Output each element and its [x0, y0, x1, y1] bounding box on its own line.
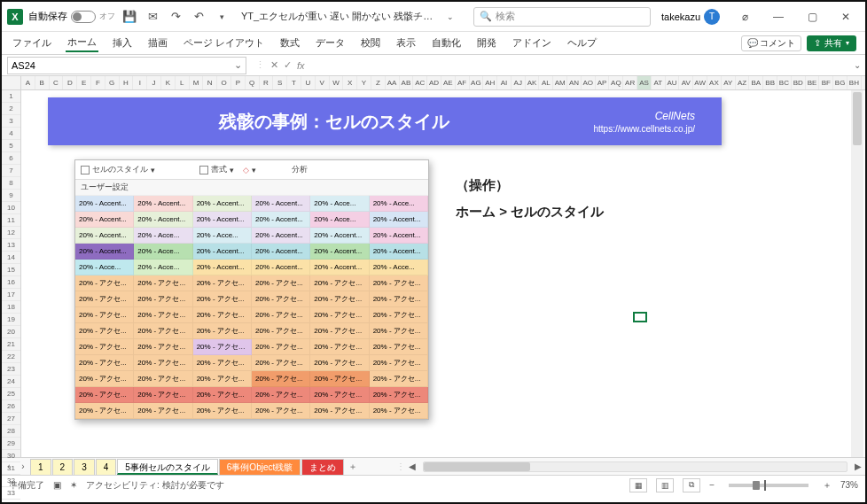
style-swatch[interactable]: 20% - アクセ... [193, 355, 252, 371]
style-swatch[interactable]: 20% - アクセ... [75, 291, 134, 307]
style-swatch[interactable]: 20% - アクセ... [370, 403, 428, 419]
normal-view-icon[interactable]: ▦ [629, 478, 647, 492]
column-header[interactable]: BE [806, 76, 820, 89]
row-header[interactable]: 33 [2, 487, 20, 500]
style-swatch[interactable]: 20% - Accent... [75, 212, 134, 228]
column-header[interactable]: AZ [736, 76, 750, 89]
style-swatch[interactable]: 20% - アクセ... [252, 291, 310, 307]
column-header[interactable]: AV [679, 76, 693, 89]
style-swatch[interactable]: 20% - アクセン... [193, 339, 252, 355]
cell-styles-dropdown[interactable]: セルのスタイル ▾ [81, 164, 155, 175]
style-swatch[interactable]: 20% - アクセ... [75, 371, 134, 387]
user-account[interactable]: takekazu T [661, 9, 720, 25]
row-header[interactable]: 21 [2, 338, 20, 351]
row-header[interactable]: 23 [2, 363, 20, 376]
style-swatch[interactable]: 20% - アクセ... [134, 387, 192, 403]
column-header[interactable]: AI [497, 76, 512, 89]
style-swatch[interactable]: 20% - アクセ... [134, 323, 192, 339]
row-header[interactable]: 10 [2, 202, 20, 214]
style-swatch[interactable]: 20% - アクセ... [310, 275, 369, 291]
row-header[interactable]: 7 [2, 165, 20, 177]
sheet-tab-orange[interactable]: 6事例Object残骸 [219, 459, 301, 475]
style-swatch[interactable]: 20% - アクセ... [134, 307, 192, 323]
style-swatch[interactable]: 20% - アクセ... [193, 307, 252, 323]
style-swatch[interactable]: 20% - アクセ... [193, 291, 252, 307]
style-swatch[interactable]: 20% - アクセ... [134, 291, 192, 307]
tab-ページ レイアウト[interactable]: ページ レイアウト [182, 35, 266, 51]
comments-button[interactable]: 💬 コメント [741, 35, 801, 51]
style-swatch[interactable]: 20% - アクセ... [75, 307, 134, 323]
column-header[interactable]: H [120, 76, 134, 89]
column-header[interactable]: E [77, 76, 91, 89]
column-header[interactable]: AQ [609, 76, 623, 89]
column-header[interactable]: AY [722, 76, 736, 89]
style-swatch[interactable]: 20% - アクセ... [370, 307, 428, 323]
style-swatch[interactable]: 20% - アクセ... [252, 387, 310, 403]
zoom-out-icon[interactable]: − [709, 480, 715, 490]
column-header[interactable]: AU [666, 76, 680, 89]
column-header[interactable]: AM [553, 76, 567, 89]
style-swatch[interactable]: 20% - Acce... [134, 228, 192, 244]
column-header[interactable]: AG [470, 76, 484, 89]
style-swatch[interactable]: 20% - アクセ... [252, 403, 310, 419]
column-header[interactable]: F [91, 76, 105, 89]
column-header[interactable]: BA [749, 76, 763, 89]
column-header[interactable]: Y [357, 76, 371, 89]
fx-icon[interactable]: fx [297, 60, 305, 71]
column-header[interactable]: R [260, 76, 274, 89]
column-header[interactable]: W [330, 76, 344, 89]
style-swatch[interactable]: 20% - アクセ... [134, 275, 192, 291]
style-swatch[interactable]: 20% - アクセ... [370, 339, 428, 355]
column-header[interactable]: C [50, 76, 64, 89]
style-swatch[interactable]: 20% - Accent... [75, 244, 134, 260]
style-swatch[interactable]: 20% - アクセ... [75, 339, 134, 355]
namebox[interactable]: AS24 ⌄ [7, 57, 246, 74]
column-header[interactable]: K [161, 76, 176, 89]
column-header[interactable]: AL [539, 76, 553, 89]
column-header[interactable]: S [273, 76, 287, 89]
column-header[interactable]: J [147, 76, 161, 89]
row-header[interactable]: 15 [2, 264, 20, 276]
row-header[interactable]: 31 [2, 462, 20, 475]
column-header[interactable]: A [21, 76, 35, 89]
style-swatch[interactable]: 20% - アクセ... [310, 371, 369, 387]
column-header[interactable]: BG [833, 76, 847, 89]
column-header[interactable]: B [35, 76, 50, 89]
maximize-icon[interactable]: ▢ [798, 6, 826, 27]
column-header[interactable]: AE [441, 76, 456, 89]
style-swatch[interactable]: 20% - アクセ... [310, 387, 369, 403]
save-icon[interactable]: 💾 [121, 8, 138, 26]
column-header[interactable]: AP [596, 76, 610, 89]
column-header[interactable]: U [301, 76, 316, 89]
style-swatch[interactable]: 20% - アクセ... [134, 339, 192, 355]
sheet-tab-3[interactable]: 3 [74, 459, 95, 475]
style-swatch[interactable]: 20% - Accent... [193, 196, 252, 212]
sheet-tab-1[interactable]: 1 [30, 459, 51, 475]
column-header[interactable]: I [133, 76, 147, 89]
style-swatch[interactable]: 20% - Acce... [75, 260, 134, 275]
style-swatch[interactable]: 20% - Accent... [193, 260, 252, 275]
row-header[interactable]: 13 [2, 239, 20, 252]
style-swatch[interactable]: 20% - Acce... [310, 196, 369, 212]
style-swatch[interactable]: 20% - アクセ... [252, 275, 310, 291]
style-swatch[interactable]: 20% - アクセ... [370, 291, 428, 307]
row-header[interactable]: 27 [2, 413, 20, 425]
style-swatch[interactable]: 20% - Accent... [252, 196, 310, 212]
row-header[interactable]: 9 [2, 190, 20, 202]
column-header[interactable]: N [203, 76, 217, 89]
column-header[interactable]: AF [456, 76, 470, 89]
style-swatch[interactable]: 20% - Accent... [75, 196, 134, 212]
style-swatch[interactable]: 20% - Acce... [193, 228, 252, 244]
column-header[interactable]: Q [246, 76, 260, 89]
ribbon-display-icon[interactable]: ⌀ [730, 6, 759, 27]
style-swatch[interactable]: 20% - アクセ... [75, 355, 134, 371]
style-swatch[interactable]: 20% - Acce... [370, 260, 428, 275]
style-swatch[interactable]: 20% - アクセ... [252, 339, 310, 355]
qat-more-icon[interactable]: ▾ [213, 8, 230, 26]
style-swatch[interactable]: 20% - アクセ... [193, 323, 252, 339]
tab-データ[interactable]: データ [314, 35, 347, 51]
row-header[interactable]: 29 [2, 438, 20, 450]
row-header[interactable]: 14 [2, 252, 20, 264]
tab-表示[interactable]: 表示 [394, 35, 418, 51]
style-swatch[interactable]: 20% - アクセ... [310, 291, 369, 307]
